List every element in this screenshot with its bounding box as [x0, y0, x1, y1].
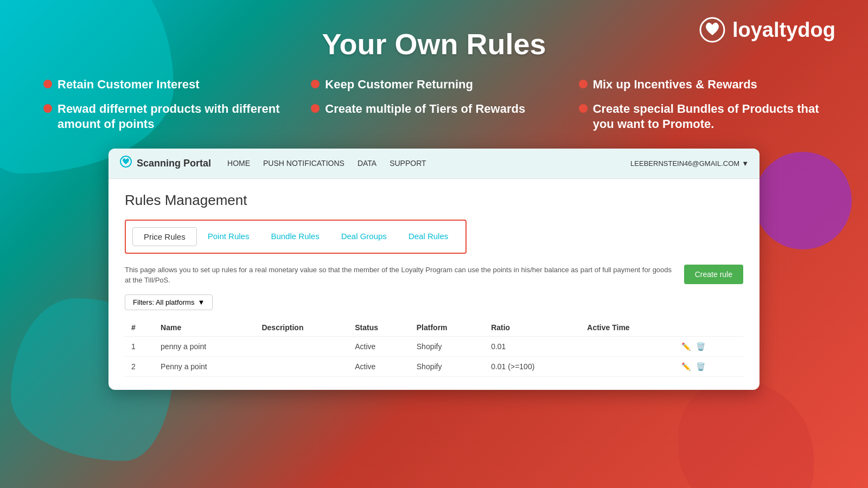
table-row: 2 Penny a point Active Shopify 0.01 (>=1…: [125, 356, 743, 376]
feature-item-2: Keep Customer Returning: [311, 77, 557, 93]
tab-container: Price Rules Point Rules Bundle Rules Dea…: [125, 220, 467, 254]
row2-name: Penny a point: [154, 356, 255, 376]
logo-icon: [699, 16, 726, 43]
row1-platform: Shopify: [410, 336, 484, 356]
col-header-desc: Description: [255, 319, 348, 337]
navbar-user[interactable]: LEEBERNSTEIN46@GMAIL.COM ▼: [630, 159, 749, 168]
feature-text-3: Mix up Incentives & Rewards: [593, 77, 757, 93]
feature-text-6: Create special Bundles of Products that …: [593, 101, 825, 132]
row2-delete-icon[interactable]: 🗑️: [696, 362, 705, 371]
rules-table: # Name Description Status Platform Ratio…: [125, 319, 743, 377]
brand-name: Scanning Portal: [137, 158, 211, 169]
feature-text-4: Rewad differnet products with different …: [58, 101, 289, 132]
row2-actions: ✏️ 🗑️: [675, 356, 743, 376]
user-email: LEEBERNSTEIN46@GMAIL.COM: [630, 159, 739, 168]
filter-row: Filters: All platforms ▼: [125, 294, 743, 310]
col-header-num: #: [125, 319, 154, 337]
col-header-active-time: Active Time: [580, 319, 675, 337]
feature-text-5: Create multiple of Tiers of Rewards: [325, 101, 525, 117]
row1-active-time: [580, 336, 675, 356]
nav-support[interactable]: SUPPORT: [390, 159, 426, 168]
feature-text-1: Retain Customer Interest: [58, 77, 200, 93]
row2-active-time: [580, 356, 675, 376]
row1-num: 1: [125, 336, 154, 356]
feature-dot-1: [43, 80, 52, 88]
desc-row: This page allows you to set up rules for…: [125, 265, 743, 286]
navbar-brand: Scanning Portal: [119, 155, 211, 171]
description-text: This page allows you to set up rules for…: [125, 265, 675, 286]
filter-label: Filters: All platforms: [133, 298, 194, 306]
row2-edit-icon[interactable]: ✏️: [681, 362, 691, 371]
user-dropdown-icon: ▼: [742, 159, 749, 168]
nav-links: HOME PUSH NOTIFICATIONS DATA SUPPORT: [227, 159, 614, 168]
feature-dot-4: [43, 104, 52, 113]
col-header-status: Status: [348, 319, 410, 337]
row1-delete-icon[interactable]: 🗑️: [696, 342, 705, 351]
table-body: 1 penny a point Active Shopify 0.01 ✏️ 🗑…: [125, 336, 743, 376]
main-content: loyaltydog Your Own Rules Retain Custome…: [0, 0, 868, 488]
features-grid: Retain Customer Interest Keep Customer R…: [33, 77, 835, 132]
table-header: # Name Description Status Platform Ratio…: [125, 319, 743, 337]
tab-point-rules[interactable]: Point Rules: [197, 227, 260, 246]
tab-deal-rules[interactable]: Deal Rules: [398, 227, 459, 246]
feature-item-1: Retain Customer Interest: [43, 77, 289, 93]
table-row: 1 penny a point Active Shopify 0.01 ✏️ 🗑…: [125, 336, 743, 356]
row1-status: Active: [348, 336, 410, 356]
row1-desc: [255, 336, 348, 356]
row2-desc: [255, 356, 348, 376]
col-header-platform: Platform: [410, 319, 484, 337]
col-header-name: Name: [154, 319, 255, 337]
feature-item-5: Create multiple of Tiers of Rewards: [311, 101, 557, 132]
tab-bundle-rules[interactable]: Bundle Rules: [260, 227, 330, 246]
feature-dot-6: [579, 104, 588, 113]
col-header-actions: [675, 319, 743, 337]
feature-text-2: Keep Customer Returning: [325, 77, 473, 93]
row1-ratio: 0.01: [484, 336, 580, 356]
feature-dot-2: [311, 80, 320, 88]
navbar: Scanning Portal HOME PUSH NOTIFICATIONS …: [108, 149, 760, 179]
portal-window: Scanning Portal HOME PUSH NOTIFICATIONS …: [108, 149, 760, 390]
row2-platform: Shopify: [410, 356, 484, 376]
brand-icon: [119, 155, 132, 171]
feature-item-3: Mix up Incentives & Rewards: [579, 77, 825, 93]
nav-data[interactable]: DATA: [358, 159, 376, 168]
feature-item-6: Create special Bundles of Products that …: [579, 101, 825, 132]
row2-num: 2: [125, 356, 154, 376]
logo-text: loyaltydog: [732, 18, 835, 42]
nav-push[interactable]: PUSH NOTIFICATIONS: [263, 159, 344, 168]
row2-status: Active: [348, 356, 410, 376]
logo: loyaltydog: [699, 16, 835, 43]
row1-actions: ✏️ 🗑️: [675, 336, 743, 356]
tab-deal-groups[interactable]: Deal Groups: [330, 227, 398, 246]
filter-button[interactable]: Filters: All platforms ▼: [125, 294, 213, 310]
page-body: Rules Management Price Rules Point Rules…: [108, 179, 760, 390]
nav-home[interactable]: HOME: [227, 159, 250, 168]
feature-dot-5: [311, 104, 320, 113]
row2-ratio: 0.01 (>=100): [484, 356, 580, 376]
page-title: Rules Management: [125, 192, 743, 209]
feature-dot-3: [579, 80, 588, 88]
create-rule-button[interactable]: Create rule: [684, 265, 743, 284]
filter-chevron-icon: ▼: [197, 298, 205, 306]
feature-item-4: Rewad differnet products with different …: [43, 101, 289, 132]
col-header-ratio: Ratio: [484, 319, 580, 337]
row1-edit-icon[interactable]: ✏️: [681, 342, 691, 351]
row1-name: penny a point: [154, 336, 255, 356]
tab-price-rules[interactable]: Price Rules: [132, 227, 197, 246]
